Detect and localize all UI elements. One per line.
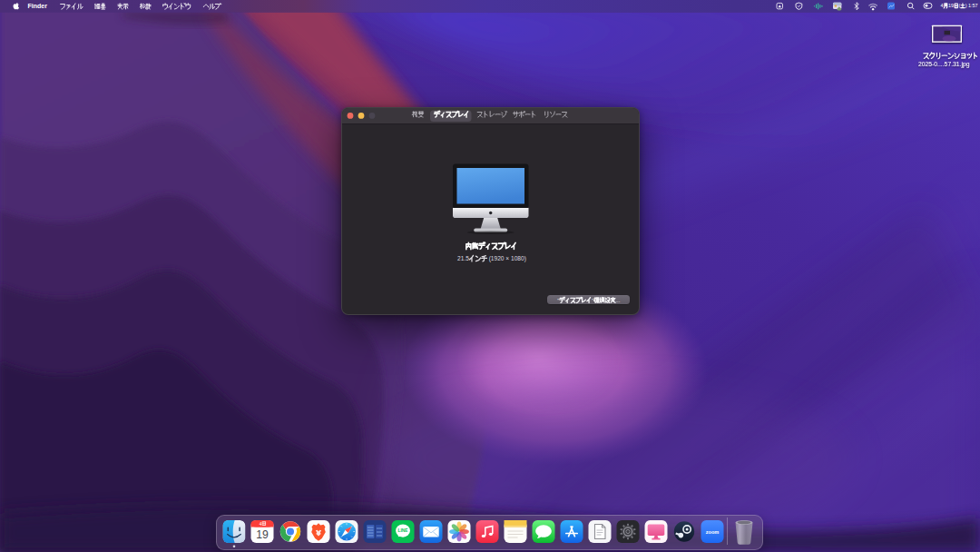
- svg-text:19: 19: [256, 528, 269, 541]
- svg-text:zoom: zoom: [706, 529, 720, 535]
- svg-text:4: 4: [260, 522, 262, 527]
- svg-text:LINE: LINE: [397, 528, 408, 533]
